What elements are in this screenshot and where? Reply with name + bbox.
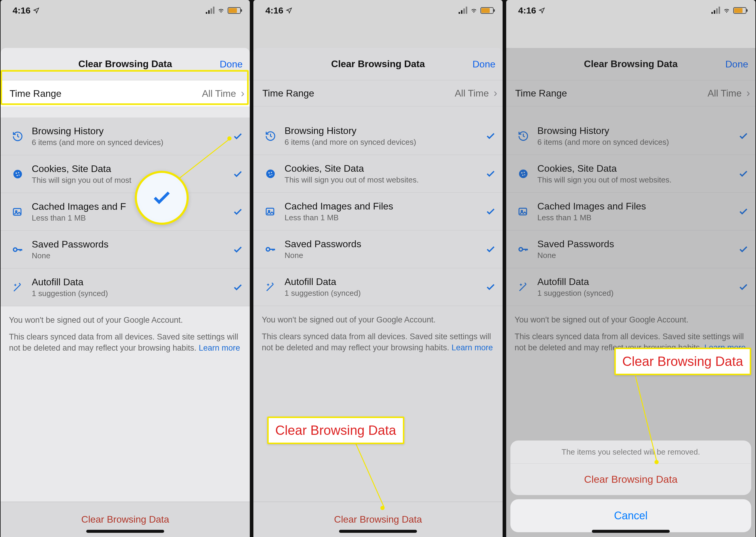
check-icon xyxy=(737,169,750,179)
item-autofill[interactable]: Autofill Data 1 suggestion (synced) xyxy=(1,268,250,306)
item-cookies[interactable]: Cookies, Site DataThis will sign you out… xyxy=(253,155,503,193)
chevron-right-icon: › xyxy=(746,87,750,100)
time-range-label: Time Range xyxy=(262,88,455,99)
battery-icon xyxy=(733,7,746,14)
confirm-clear-button[interactable]: Clear Browsing Data xyxy=(510,463,751,495)
item-browsing-history[interactable]: Browsing History6 items (and more on syn… xyxy=(253,117,503,155)
item-autofill[interactable]: Autofill Data1 suggestion (synced) xyxy=(253,268,503,306)
item-browsing-history[interactable]: Browsing History6 items (and more on syn… xyxy=(506,117,755,155)
footer-note-1: You won't be signed out of your Google A… xyxy=(1,306,250,328)
svg-point-16 xyxy=(519,169,528,178)
key-icon xyxy=(262,243,279,255)
svg-point-19 xyxy=(522,174,523,176)
location-icon xyxy=(33,7,40,14)
svg-point-0 xyxy=(14,170,22,178)
settings-sheet: Clear Browsing Data Done Time Range All … xyxy=(253,48,503,537)
item-title: Autofill Data xyxy=(32,276,231,288)
svg-point-3 xyxy=(17,175,18,176)
item-subtitle: None xyxy=(537,251,737,260)
item-title: Saved Passwords xyxy=(284,238,484,250)
item-subtitle: 1 suggestion (synced) xyxy=(284,289,484,298)
check-icon xyxy=(484,131,497,141)
cookie-icon xyxy=(515,168,531,180)
battery-icon xyxy=(480,7,494,14)
check-icon xyxy=(737,206,750,217)
time-range-row[interactable]: Time Range All Time › xyxy=(253,80,503,106)
chevron-right-icon: › xyxy=(241,87,245,100)
footer-note-1: You won't be signed out of your Google A… xyxy=(253,306,503,328)
location-icon xyxy=(286,7,292,14)
clear-browsing-data-button[interactable]: Clear Browsing Data xyxy=(334,514,422,525)
item-title: Cookies, Site Data xyxy=(284,163,484,174)
history-icon xyxy=(515,130,531,142)
home-indicator xyxy=(339,530,417,533)
svg-point-23 xyxy=(519,248,523,251)
sheet-title: Clear Browsing Data xyxy=(584,59,678,69)
item-title: Cookies, Site Data xyxy=(32,163,231,174)
item-subtitle: Less than 1 MB xyxy=(32,213,231,223)
cancel-button[interactable]: Cancel xyxy=(510,499,751,532)
item-subtitle: 6 items (and more on synced devices) xyxy=(284,138,484,147)
item-title: Saved Passwords xyxy=(32,239,231,250)
item-subtitle: None xyxy=(32,251,231,261)
item-cached[interactable]: Cached Images and FilesLess than 1 MB xyxy=(506,193,755,230)
time-range-row[interactable]: Time Range All Time › xyxy=(506,80,755,106)
svg-point-17 xyxy=(521,172,522,173)
key-icon xyxy=(10,244,26,256)
key-icon xyxy=(515,243,531,255)
item-title: Browsing History xyxy=(284,125,484,136)
wifi-icon xyxy=(217,7,225,14)
image-icon xyxy=(515,206,531,217)
status-bar: 4:16 xyxy=(253,0,503,15)
clear-browsing-data-button[interactable]: Clear Browsing Data xyxy=(81,514,169,525)
annotation-dot xyxy=(227,136,232,141)
item-passwords[interactable]: Saved PasswordsNone xyxy=(506,230,755,268)
image-icon xyxy=(262,206,279,217)
item-passwords[interactable]: Saved Passwords None xyxy=(1,231,250,268)
signal-icon xyxy=(459,7,467,14)
signal-icon xyxy=(206,7,214,14)
item-subtitle: 6 items (and more on synced devices) xyxy=(32,138,231,147)
chevron-right-icon: › xyxy=(494,87,497,100)
done-button[interactable]: Done xyxy=(220,59,243,69)
svg-point-15 xyxy=(266,248,270,251)
item-title: Saved Passwords xyxy=(537,238,737,250)
wand-icon xyxy=(262,281,279,293)
image-icon xyxy=(10,206,26,218)
status-bar: 4:16 xyxy=(506,0,755,15)
done-button[interactable]: Done xyxy=(472,59,496,69)
item-title: Autofill Data xyxy=(284,276,484,287)
check-icon xyxy=(737,282,750,292)
wifi-icon xyxy=(470,7,478,14)
item-subtitle: 1 suggestion (synced) xyxy=(537,289,737,298)
item-subtitle: None xyxy=(284,251,484,260)
screenshot-panel-2: 4:16 Clear Browsing Data Done Time Range… xyxy=(253,0,503,537)
item-subtitle: This will sign you out of most websites. xyxy=(537,175,737,185)
done-button[interactable]: Done xyxy=(726,59,748,69)
time-range-label: Time Range xyxy=(515,88,707,99)
item-cached[interactable]: Cached Images and F Less than 1 MB xyxy=(1,193,250,231)
check-icon xyxy=(484,282,497,292)
item-title: Browsing History xyxy=(32,126,231,137)
item-cookies[interactable]: Cookies, Site DataThis will sign you out… xyxy=(506,155,755,193)
item-title: Autofill Data xyxy=(537,276,737,287)
learn-more-link[interactable]: Learn more xyxy=(199,344,240,352)
learn-more-link[interactable]: Learn more xyxy=(451,343,493,352)
item-browsing-history[interactable]: Browsing History 6 items (and more on sy… xyxy=(1,117,250,155)
sheet-title: Clear Browsing Data xyxy=(331,59,425,69)
item-subtitle: This will sign you out of most websites. xyxy=(284,175,484,185)
check-icon xyxy=(484,169,497,179)
time-range-row[interactable]: Time Range All Time › xyxy=(1,80,250,107)
home-indicator xyxy=(86,530,164,533)
svg-point-1 xyxy=(16,172,17,174)
footer-note-1: You won't be signed out of your Google A… xyxy=(506,306,755,328)
svg-point-2 xyxy=(18,172,19,173)
item-autofill[interactable]: Autofill Data1 suggestion (synced) xyxy=(506,268,755,306)
check-icon xyxy=(737,131,750,141)
svg-point-8 xyxy=(266,169,275,178)
item-passwords[interactable]: Saved PasswordsNone xyxy=(253,230,503,268)
item-cached[interactable]: Cached Images and FilesLess than 1 MB xyxy=(253,193,503,230)
cookie-icon xyxy=(262,168,279,180)
item-cookies[interactable]: Cookies, Site Data This will sign you ou… xyxy=(1,155,250,193)
svg-point-11 xyxy=(269,174,271,176)
